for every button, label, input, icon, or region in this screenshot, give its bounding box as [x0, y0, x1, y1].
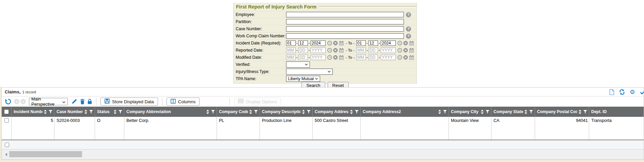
modified-date-from-mm-input[interactable]: [286, 55, 296, 60]
column-header-company-city[interactable]: Company City: [449, 107, 491, 117]
clock-icon[interactable]: [397, 41, 402, 46]
sort-icon[interactable]: [302, 110, 305, 114]
column-header-company-state[interactable]: Company State: [491, 107, 535, 117]
clock-icon[interactable]: [327, 48, 332, 53]
partition-input[interactable]: [286, 19, 404, 24]
filter-icon[interactable]: [254, 110, 258, 114]
from-date-icons: [327, 41, 344, 46]
column-header-status[interactable]: Status: [95, 107, 124, 117]
column-header-company-address2[interactable]: Company Address2: [361, 107, 449, 117]
filter-icon[interactable]: [89, 110, 93, 114]
clear-icon[interactable]: [403, 48, 408, 53]
calendar-icon[interactable]: [339, 48, 344, 53]
filter-icon[interactable]: [49, 110, 52, 114]
tpa-name-select[interactable]: Liberty Mutual: [286, 76, 320, 82]
calendar-icon[interactable]: [339, 55, 344, 60]
verified-select[interactable]: [286, 61, 310, 68]
sort-icon[interactable]: [481, 110, 484, 114]
sort-icon[interactable]: [84, 110, 87, 114]
incident-date-from-mm-input[interactable]: [286, 40, 296, 46]
edit-perspective-icon[interactable]: [72, 99, 77, 104]
clear-icon[interactable]: [403, 55, 408, 60]
sort-icon[interactable]: [206, 110, 209, 114]
clock-icon[interactable]: [327, 55, 332, 60]
filter-icon[interactable]: [119, 110, 122, 114]
incident-date-from-yyyy-input[interactable]: [311, 40, 326, 46]
new-document-icon[interactable]: [609, 89, 614, 95]
sort-icon[interactable]: [249, 110, 252, 114]
reported-date-to-yyyy-input[interactable]: [381, 48, 396, 53]
scrollbar-thumb[interactable]: [9, 151, 82, 157]
clock-icon[interactable]: [327, 41, 332, 46]
delete-perspective-icon[interactable]: [80, 99, 85, 104]
footer-checkbox[interactable]: [5, 143, 9, 147]
column-header-company-abbreviation[interactable]: Company Abbreviation: [124, 107, 217, 117]
clock-icon[interactable]: [397, 48, 402, 53]
table-row[interactable]: 5S2024-0003OBetter Corp.PLProduction Lin…: [2, 117, 644, 140]
calendar-icon[interactable]: [409, 55, 414, 60]
lock-perspective-icon[interactable]: [88, 99, 92, 104]
toolbar-divider: [96, 97, 96, 106]
modified-date-to-dd-input[interactable]: [368, 55, 378, 60]
filter-icon[interactable]: [486, 110, 489, 114]
refresh-icon[interactable]: [619, 89, 625, 95]
help-icon[interactable]: ?: [406, 34, 411, 39]
clear-icon[interactable]: [333, 41, 338, 46]
employee-input[interactable]: [286, 12, 404, 17]
column-header-company-postal-code[interactable]: Company Postal Code: [535, 107, 589, 117]
sort-icon[interactable]: [579, 110, 581, 114]
incident-date-from-dd-input[interactable]: [298, 40, 308, 46]
sort-icon[interactable]: [114, 110, 116, 114]
clear-icon[interactable]: [333, 55, 338, 60]
filter-icon[interactable]: [443, 110, 447, 114]
modified-date-to-yyyy-input[interactable]: [381, 55, 396, 60]
modified-date-to-mm-input[interactable]: [356, 55, 366, 60]
incident-date-to-dd-input[interactable]: [368, 40, 378, 46]
incident-date-to-yyyy-input[interactable]: [381, 40, 396, 46]
store-displayed-data-button[interactable]: Store Displayed Data: [100, 97, 158, 106]
columns-button[interactable]: Columns: [167, 97, 200, 106]
sort-icon[interactable]: [438, 110, 441, 114]
work-comp-claim-number-input[interactable]: [286, 33, 404, 39]
clear-icon[interactable]: [403, 41, 408, 46]
reported-date-to-mm-input[interactable]: [356, 48, 366, 53]
filter-icon[interactable]: [583, 110, 587, 114]
filter-icon[interactable]: [529, 110, 533, 114]
row-checkbox[interactable]: [4, 118, 9, 123]
case-number-input[interactable]: [286, 26, 404, 32]
calendar-icon[interactable]: [339, 41, 344, 46]
filter-icon[interactable]: [307, 110, 311, 114]
scroll-left-arrow-icon[interactable]: [5, 153, 7, 156]
modified-date-from-yyyy-input[interactable]: [311, 55, 326, 60]
help-icon[interactable]: ?: [406, 12, 411, 17]
injury-illness-type-select[interactable]: [286, 69, 333, 75]
select-all-checkbox[interactable]: [4, 110, 9, 114]
undo-icon[interactable]: [5, 98, 11, 105]
sort-icon[interactable]: [350, 110, 353, 114]
column-header-company-address1[interactable]: Company Address1: [313, 107, 361, 117]
sort-icon[interactable]: [44, 110, 47, 114]
reported-date-to-dd-input[interactable]: [368, 48, 378, 53]
column-header-incident-number[interactable]: Incident Number: [12, 107, 54, 117]
column-header-case-number[interactable]: Case Number: [54, 107, 95, 117]
column-header-company-description[interactable]: Company Description: [260, 107, 313, 117]
check-icon[interactable]: [640, 90, 644, 94]
gear-icon[interactable]: ⚙: [630, 89, 635, 95]
clear-icon[interactable]: [333, 48, 338, 53]
clock-icon[interactable]: [397, 55, 402, 60]
help-icon[interactable]: ?: [406, 26, 411, 32]
perspective-select[interactable]: Main Perspective: [29, 98, 68, 105]
filter-icon[interactable]: [355, 110, 359, 114]
calendar-icon[interactable]: [409, 41, 414, 46]
column-header-dept-id[interactable]: Dept. ID: [589, 107, 644, 117]
incident-date-to-mm-input[interactable]: [356, 40, 366, 46]
calendar-icon[interactable]: [409, 48, 414, 53]
column-header-company-code[interactable]: Company Code: [217, 107, 260, 117]
modified-date-from-dd-input[interactable]: [298, 55, 308, 60]
horizontal-scrollbar[interactable]: [2, 149, 644, 159]
reported-date-from-dd-input[interactable]: [298, 48, 308, 53]
sort-icon[interactable]: [524, 110, 527, 114]
filter-icon[interactable]: [211, 110, 215, 114]
reported-date-from-mm-input[interactable]: [286, 48, 296, 53]
reported-date-from-yyyy-input[interactable]: [311, 48, 326, 53]
